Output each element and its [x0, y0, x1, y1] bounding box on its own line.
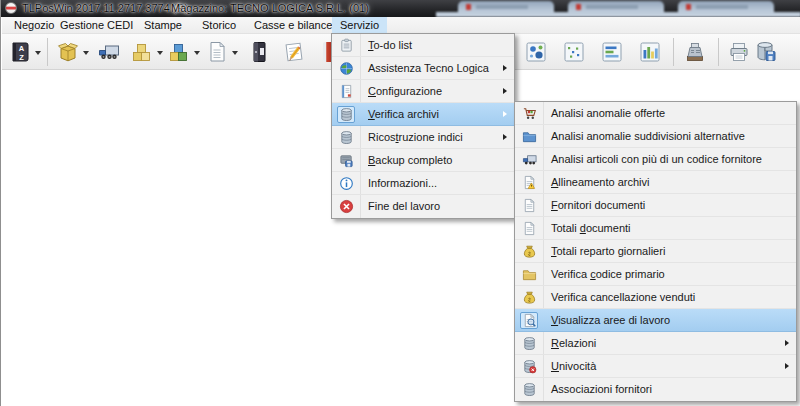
tab-favicon — [576, 4, 581, 10]
printer-icon[interactable] — [727, 40, 751, 64]
menu-item-label: Verifica archivi — [368, 103, 439, 125]
menu-item-label: Fine del lavoro — [368, 195, 440, 217]
menu-item-configurazione[interactable]: Configurazione — [332, 80, 514, 103]
verifica-archivi-submenu: Analisi anomalie offerte Analisi anomali… — [514, 101, 797, 402]
menubar-item-stampe[interactable]: Stampe — [136, 17, 190, 33]
notepad-pencil-icon[interactable] — [282, 40, 306, 64]
binder-icon[interactable] — [247, 40, 271, 64]
database-icon — [337, 129, 355, 146]
window-title: TLPosWin 2017.11.2717.3774 (R) — [22, 2, 188, 14]
menu-item-analisi-anomalie-suddivisioni-alternative[interactable]: Analisi anomalie suddivisioni alternativ… — [515, 125, 796, 148]
menu-item-label: Univocità — [551, 355, 596, 377]
submenu-arrow-icon — [503, 65, 507, 71]
menu-item-label: Ricostruzione indici — [368, 126, 463, 148]
title-bar: TLPosWin 2017.11.2717.3774 (R) Magazzino… — [1, 0, 800, 17]
menu-item-label: Visualizza aree di lavoro — [551, 309, 670, 331]
menu-item-visualizza-aree-di-lavoro[interactable]: Visualizza aree di lavoro — [515, 309, 796, 332]
scatter-chart-icon[interactable] — [562, 40, 586, 64]
info-icon — [337, 175, 355, 192]
menu-item-label: Assistenza Tecno Logica — [368, 57, 489, 79]
dropdown-arrow-icon[interactable] — [232, 51, 238, 55]
menu-item-label: Configurazione — [368, 80, 442, 102]
menu-item-label: Analisi articoli con più di un codice fo… — [551, 148, 762, 170]
menu-item-verifica-cancellazione-venduti[interactable]: Verifica cancellazione venduti — [515, 286, 796, 309]
database-save-icon[interactable] — [754, 40, 778, 64]
backup-drive-icon — [337, 152, 355, 169]
preview-magnifier-icon — [520, 312, 538, 329]
toolbar-separator — [718, 38, 719, 66]
blue-folder-icon — [520, 128, 538, 145]
horizontal-bars-chart-icon[interactable] — [600, 40, 624, 64]
menu-item-verifica-codice-primario[interactable]: Verifica codice primario — [515, 263, 796, 286]
dropdown-arrow-icon[interactable] — [194, 51, 200, 55]
menu-item-assistenza-tecno-logica[interactable]: Assistenza Tecno Logica — [332, 57, 514, 80]
partially-hidden-toolbar-icon[interactable] — [323, 42, 331, 62]
menu-item-associazioni-fornitori[interactable]: Associazioni fornitori — [515, 378, 796, 401]
database-icon — [520, 335, 538, 352]
menu-item-informazioni[interactable]: Informazioni... — [332, 172, 514, 195]
yellow-folder-icon — [520, 266, 538, 283]
menu-item-label: Totali reparto giornalieri — [551, 240, 665, 262]
submenu-arrow-icon — [503, 111, 507, 117]
bubble-chart-icon[interactable] — [524, 40, 548, 64]
dropdown-arrow-icon[interactable] — [157, 51, 163, 55]
document-icon — [520, 197, 538, 214]
globe-icon — [337, 60, 355, 77]
az-index-book-icon[interactable] — [8, 40, 32, 64]
menu-bar: Negozio Gestione CEDI Stampe Storico Cas… — [2, 17, 800, 33]
dropdown-arrow-icon[interactable] — [83, 51, 89, 55]
menu-item-allineamento-archivi[interactable]: Allineamento archivi — [515, 171, 796, 194]
delivery-truck-icon[interactable] — [95, 40, 123, 64]
money-bag-icon — [520, 289, 538, 306]
menubar-item-storico[interactable]: Storico — [194, 17, 244, 33]
submenu-arrow-icon — [785, 363, 789, 369]
menu-item-fine-del-lavoro[interactable]: Fine del lavoro — [332, 195, 514, 218]
menu-item-analisi-articoli-codice-fornitore[interactable]: Analisi articoli con più di un codice fo… — [515, 148, 796, 171]
tab-favicon — [466, 4, 471, 10]
menu-item-label: Backup completo — [368, 149, 452, 171]
document-icon[interactable] — [205, 40, 229, 64]
menu-item-label: Allineamento archivi — [551, 171, 649, 193]
cash-register-icon[interactable] — [683, 40, 707, 64]
menubar-item-casse-e-bilance[interactable]: Casse e bilance — [246, 17, 340, 33]
menu-item-label: Associazioni fornitori — [551, 378, 652, 400]
menu-item-relazioni[interactable]: Relazioni — [515, 332, 796, 355]
background-browser-tabs — [436, 0, 800, 17]
menu-item-label: Totali documenti — [551, 217, 631, 239]
menu-item-totali-documenti[interactable]: Totali documenti — [515, 217, 796, 240]
menu-item-label: To-do list — [368, 34, 412, 56]
yellow-cubes-icon[interactable] — [130, 40, 154, 64]
database-icon — [520, 381, 538, 398]
app-window-icon — [5, 2, 17, 14]
todo-list-icon — [337, 37, 355, 54]
document-icon — [520, 220, 538, 237]
menu-item-totali-reparto-giornalieri[interactable]: Totali reparto giornalieri — [515, 240, 796, 263]
menu-item-label: Informazioni... — [368, 172, 437, 194]
menu-item-to-do-list[interactable]: To-do list — [332, 34, 514, 57]
shopping-cart-icon — [520, 105, 538, 122]
menu-item-univocita[interactable]: Univocità — [515, 355, 796, 378]
menubar-item-servizio[interactable]: Servizio — [332, 17, 387, 33]
menu-item-label: Verifica cancellazione venduti — [551, 286, 695, 308]
menu-item-label: Analisi anomalie suddivisioni alternativ… — [551, 125, 745, 147]
truck-icon — [520, 151, 538, 168]
menu-item-analisi-anomalie-offerte[interactable]: Analisi anomalie offerte — [515, 102, 796, 125]
configuration-icon — [337, 83, 355, 100]
colored-cubes-icon[interactable] — [167, 40, 191, 64]
menu-item-fornitori-documenti[interactable]: Fornitori documenti — [515, 194, 796, 217]
column-chart-icon[interactable] — [638, 40, 662, 64]
tab-favicon — [686, 4, 691, 10]
submenu-arrow-icon — [785, 340, 789, 346]
toolbar-separator — [673, 38, 674, 66]
dropdown-arrow-icon[interactable] — [35, 51, 41, 55]
menu-item-label: Verifica codice primario — [551, 263, 665, 285]
menu-item-label: Fornitori documenti — [551, 194, 645, 216]
menu-item-label: Analisi anomalie offerte — [551, 102, 665, 124]
menu-item-verifica-archivi[interactable]: Verifica archivi — [332, 103, 514, 126]
menubar-item-gestione-cedi[interactable]: Gestione CEDI — [52, 17, 141, 33]
money-bag-icon — [520, 243, 538, 260]
servizio-dropdown-menu: To-do list Assistenza Tecno Logica Confi… — [331, 33, 515, 219]
package-box-icon[interactable] — [56, 40, 80, 64]
menu-item-ricostruzione-indici[interactable]: Ricostruzione indici — [332, 126, 514, 149]
menu-item-backup-completo[interactable]: Backup completo — [332, 149, 514, 172]
